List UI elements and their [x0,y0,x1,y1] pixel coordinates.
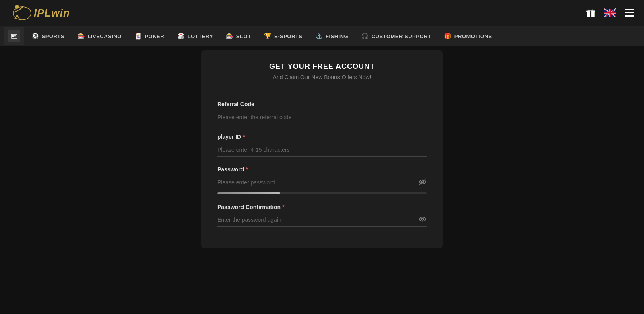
password-input-wrapper [217,176,427,189]
nav-sports-label: SPORTS [42,33,64,39]
nav-fishing[interactable]: ⚓ FISHING [310,29,354,43]
nav-fishing-label: FISHING [326,33,348,39]
svg-point-30 [420,217,426,221]
password-confirmation-group: Password Confirmation * [217,204,427,227]
nav-livecasino[interactable]: 🎰 LIVECASINO [72,29,127,43]
fishing-icon: ⚓ [316,33,324,40]
gift-button[interactable] [584,6,597,19]
menu-button[interactable] [623,6,636,19]
slot-icon: 🎰 [226,33,234,40]
id-icon [8,30,20,42]
esports-icon: 🏆 [264,33,272,40]
poker-icon: 🃏 [134,33,142,40]
svg-rect-24 [12,35,14,37]
svg-line-4 [14,11,17,12]
password-confirmation-label: Password Confirmation * [217,204,427,210]
password-confirmation-input[interactable] [217,213,427,227]
password-confirmation-required: * [282,204,284,210]
gift-icon [586,8,596,18]
flag-icon [604,8,616,17]
svg-rect-10 [590,11,591,17]
password-strength-fill [217,192,280,194]
nav-poker[interactable]: 🃏 POKER [129,29,170,43]
nav-slot[interactable]: 🎰 SLOT [220,29,256,43]
svg-line-3 [17,9,20,11]
navbar: ⚽ SPORTS 🎰 LIVECASINO 🃏 POKER 🎲 LOTTERY … [0,26,644,46]
password-toggle-icon[interactable] [419,178,427,188]
svg-point-1 [15,5,19,9]
main-content: GET YOUR FREE ACCOUNT And Claim Our New … [0,46,644,248]
header: IPLwin [0,0,644,26]
player-id-required: * [243,134,245,140]
password-group: Password * [217,166,427,194]
hamburger-icon [625,9,634,17]
nav-customer-support-label: CUSTOMER SUPPORT [372,33,431,39]
header-icons [584,6,636,19]
logo-text: IPLwin [34,7,70,19]
password-confirmation-toggle-icon[interactable] [419,215,427,225]
svg-rect-21 [625,12,634,13]
register-card: GET YOUR FREE ACCOUNT And Claim Our New … [201,50,443,248]
sports-icon: ⚽ [31,33,39,40]
svg-rect-20 [625,9,634,10]
svg-line-7 [20,6,23,9]
referral-code-label: Referral Code [217,101,427,107]
logo[interactable]: IPLwin [8,2,70,24]
customer-support-icon: 🎧 [361,33,369,40]
card-header: GET YOUR FREE ACCOUNT And Claim Our New … [217,62,427,89]
nav-promotions[interactable]: 🎁 PROMOTIONS [438,29,497,43]
logo-icon [8,2,32,24]
nav-customer-support[interactable]: 🎧 CUSTOMER SUPPORT [355,29,437,43]
svg-rect-19 [610,9,611,17]
password-required: * [246,166,248,173]
svg-point-31 [422,218,424,220]
svg-line-6 [17,15,19,19]
player-id-input[interactable] [217,143,427,157]
promotions-icon: 🎁 [444,33,452,40]
login-icon-button[interactable] [4,27,24,45]
svg-rect-22 [625,15,634,17]
nav-esports[interactable]: 🏆 E-SPORTS [258,29,308,43]
card-subtitle: And Claim Our New Bonus Offers Now! [217,74,427,81]
referral-code-group: Referral Code [217,101,427,124]
player-id-group: player ID * [217,134,427,157]
nav-lottery[interactable]: 🎲 LOTTERY [171,29,219,43]
svg-point-0 [13,7,31,20]
card-title: GET YOUR FREE ACCOUNT [217,62,427,71]
livecasino-icon: 🎰 [77,33,85,40]
nav-sports[interactable]: ⚽ SPORTS [26,29,70,43]
nav-poker-label: POKER [144,33,164,39]
nav-livecasino-label: LIVECASINO [87,33,121,39]
password-input[interactable] [217,176,427,189]
nav-slot-label: SLOT [236,33,251,39]
password-confirmation-input-wrapper [217,213,427,227]
nav-lottery-label: LOTTERY [188,33,213,39]
player-id-label: player ID * [217,134,427,140]
nav-promotions-label: PROMOTIONS [454,33,492,39]
referral-code-input[interactable] [217,111,427,124]
password-strength-bar [217,192,427,194]
nav-esports-label: E-SPORTS [274,33,302,39]
lottery-icon: 🎲 [177,33,185,40]
language-button[interactable] [604,6,617,19]
password-label: Password * [217,166,427,173]
